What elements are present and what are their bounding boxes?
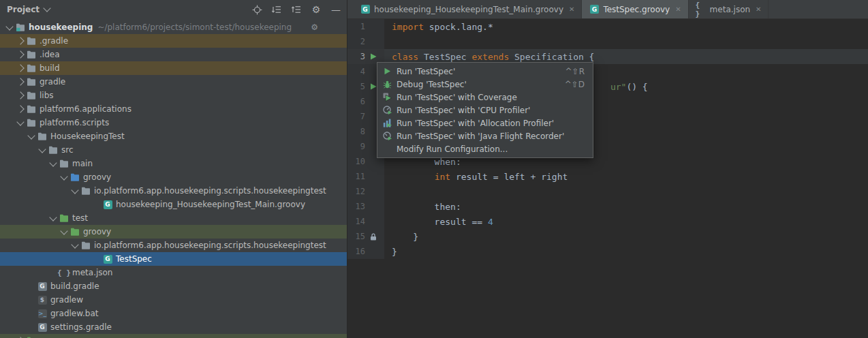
tree-item-platform6-applications[interactable]: platform6.applications (0, 102, 347, 116)
folder-icon (26, 91, 37, 100)
run-test-icon[interactable] (365, 53, 382, 60)
chevron-down-icon[interactable] (26, 135, 37, 138)
tree-item-label: io.platform6.app.housekeeping.scripts.ho… (94, 186, 326, 196)
chevron-down-icon[interactable] (69, 244, 80, 247)
chevron-down-icon[interactable] (15, 121, 26, 125)
menu-item-run-testspec-with-java-flight-recorder[interactable]: Run 'TestSpec' with 'Java Flight Recorde… (377, 129, 593, 142)
tree-item-gradle[interactable]: gradle (0, 75, 347, 89)
tree-item-io-platform6-app-housekeeping-scripts-ho[interactable]: io.platform6.app.housekeeping.scripts.ho… (0, 184, 347, 198)
tree-item-src[interactable]: src (0, 143, 347, 157)
close-icon[interactable]: ✕ (756, 5, 761, 13)
close-icon[interactable]: ✕ (675, 5, 681, 13)
code-token: TestSpec (424, 52, 471, 62)
code-token (392, 172, 435, 182)
chevron-down-icon[interactable] (37, 149, 48, 152)
code-line-14[interactable]: 14 result == 4 (347, 214, 868, 229)
tree-item-build[interactable]: build (0, 61, 347, 75)
tab-label: meta.json (710, 5, 750, 14)
code-token: } (392, 247, 397, 257)
menu-item-run-testspec-with-cpu-profiler[interactable]: Run 'TestSpec' with 'CPU Profiler' (377, 104, 593, 117)
folder-green-icon (69, 228, 80, 236)
menu-item-debug-testspec[interactable]: Debug 'TestSpec'^⇧D (377, 78, 593, 91)
tab-meta-json[interactable]: { }meta.json✕ (689, 0, 769, 18)
tree-item-platform6-scripts[interactable]: platform6.scripts (0, 116, 347, 129)
code-line-15[interactable]: 15 } (347, 229, 868, 244)
gradle-icon: G (37, 282, 48, 291)
tree-item-housekeeping-housekeepingtest-main-groov[interactable]: Ghousekeeping_HousekeepingTest_Main.groo… (0, 198, 347, 211)
script-icon: $ (37, 296, 48, 305)
chevron-down-icon[interactable] (69, 189, 80, 193)
tree-item-libs[interactable]: libs (0, 89, 347, 102)
menu-item-run-testspec-with-coverage[interactable]: Run 'TestSpec' with Coverage (377, 91, 593, 104)
tree-item-gradle[interactable]: .gradle (0, 34, 347, 48)
chevron-down-icon[interactable] (48, 162, 59, 166)
tree-item-housekeepingtest[interactable]: HousekeepingTest (0, 129, 347, 143)
tree-item-label: settings.gradle (50, 322, 112, 332)
tree-item-test[interactable]: test (0, 211, 347, 225)
chevron-right-icon[interactable] (15, 93, 26, 98)
folder-icon (26, 105, 37, 114)
tree-item-label: test (72, 213, 88, 223)
tab-testspec-groovy[interactable]: GTestSpec.groovy✕ (582, 0, 688, 18)
code-line-1[interactable]: 1import spock.lang.* (347, 19, 868, 34)
code-line-12[interactable]: 12 (347, 184, 868, 199)
folder-icon (26, 37, 37, 46)
code-line-11[interactable]: 11 int result = left + right (347, 169, 868, 184)
alloc-icon (382, 119, 393, 127)
tab-housekeeping-housekeepingtest-main-groov[interactable]: Ghousekeeping_HousekeepingTest_Main.groo… (353, 0, 582, 18)
collapse-all-icon[interactable] (291, 4, 302, 15)
code-line-13[interactable]: 13 then: (347, 199, 868, 214)
tree-item-meta-json[interactable]: { }meta.json (0, 266, 347, 279)
tree-item-testspec[interactable]: GTestSpec (0, 252, 347, 266)
tree-item-main[interactable]: main (0, 157, 347, 170)
tree-item-build-gradle[interactable]: Gbuild.gradle (0, 279, 347, 293)
chevron-down-icon[interactable] (4, 26, 15, 29)
tree-item-housekeeping[interactable]: housekeeping~/platform6/projects/simont-… (0, 20, 347, 34)
editor-area: Ghousekeeping_HousekeepingTest_Main.groo… (347, 0, 868, 338)
tree-item-label: meta.json (72, 268, 112, 277)
tree-item[interactable] (0, 334, 347, 338)
menu-item-run-testspec[interactable]: Run 'TestSpec'^⇧R (377, 65, 593, 78)
code-token: class (392, 52, 424, 62)
tree-item-io-platform6-app-housekeeping-scripts-ho[interactable]: io.platform6.app.housekeeping.scripts.ho… (0, 239, 347, 252)
code-token: 4 (488, 217, 493, 227)
settings-icon[interactable]: ⚙ (311, 4, 322, 15)
locate-icon[interactable] (251, 4, 262, 15)
chevron-down-icon[interactable] (59, 176, 69, 179)
menu-item-run-testspec-with-allocation-profiler[interactable]: Run 'TestSpec' with 'Allocation Profiler… (377, 117, 593, 129)
code-token: int (435, 172, 456, 182)
chevron-right-icon[interactable] (15, 106, 26, 112)
project-view-selector[interactable]: Project (7, 5, 50, 14)
code-token: ur" (610, 82, 626, 92)
code-line-2[interactable]: 2 (347, 34, 868, 49)
groovy-icon: G (360, 5, 371, 14)
jfr-icon (382, 132, 393, 140)
gutter: 11 (347, 169, 384, 184)
tree-item-label: TestSpec (116, 254, 152, 264)
chevron-right-icon[interactable] (15, 65, 26, 71)
tree-item-label: main (72, 159, 93, 168)
tree-item-groovy[interactable]: groovy (0, 170, 347, 184)
tree-item-gradlew[interactable]: $gradlew (0, 293, 347, 307)
tree-item-gradlew-bat[interactable]: >_gradlew.bat (0, 307, 347, 320)
chevron-right-icon[interactable] (15, 52, 26, 57)
tree-item-groovy[interactable]: groovy (0, 225, 347, 239)
line-number: 2 (347, 37, 365, 46)
close-icon[interactable]: ✕ (569, 5, 574, 13)
tree-item-settings-gradle[interactable]: Gsettings.gradle (0, 320, 347, 334)
chevron-right-icon[interactable] (15, 79, 26, 84)
tree-item-label: platform6.applications (40, 104, 131, 114)
tree-item-idea[interactable]: .idea (0, 48, 347, 61)
menu-item-modify-run-configuration[interactable]: Modify Run Configuration... (377, 142, 593, 155)
tree-item-label: groovy (83, 172, 111, 182)
expand-all-icon[interactable] (271, 4, 282, 15)
chevron-down-icon[interactable] (59, 230, 69, 234)
chevron-down-icon[interactable] (48, 217, 59, 220)
readonly-lock-icon (365, 233, 382, 241)
folder-icon (37, 132, 48, 141)
gutter: 2 (347, 34, 384, 49)
code-line-16[interactable]: 16} (347, 244, 868, 259)
project-panel-title: Project (7, 5, 40, 14)
chevron-right-icon[interactable] (15, 38, 26, 44)
hide-icon[interactable]: — (330, 4, 341, 15)
